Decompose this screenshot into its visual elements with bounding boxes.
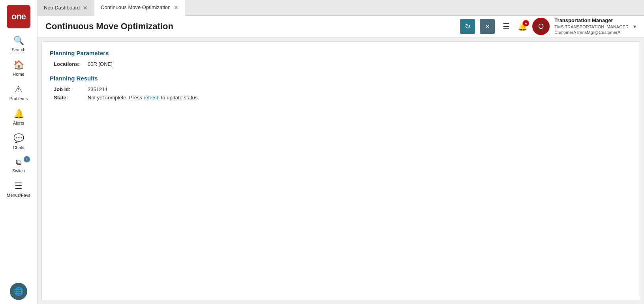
hamburger-icon: ☰ (503, 22, 510, 31)
state-pre-text: Not yet complete. Press (88, 95, 142, 101)
state-row: State: Not yet complete. Press refresh t… (50, 95, 632, 101)
tab-bar: Neo Dashboard ✕ Continuous Move Optimiza… (38, 0, 644, 16)
warning-icon: ⚠ (15, 84, 23, 95)
locations-row: Locations: 00R [ONE] (50, 61, 632, 67)
sidebar-item-problems[interactable]: ⚠ Problems (0, 80, 37, 105)
home-icon: 🏠 (13, 60, 24, 70)
sidebar-item-home[interactable]: 🏠 Home (0, 56, 37, 80)
sidebar-item-menus[interactable]: ☰ Menus/Favs (0, 177, 37, 201)
tab-continuous-move-label: Continuous Move Optimization (101, 4, 171, 10)
planning-parameters-title: Planning Parameters (50, 50, 632, 56)
planning-results-section: Planning Results Job Id: 3351211 State: … (50, 75, 632, 101)
sidebar-item-search-label: Search (12, 47, 26, 52)
sidebar-item-search[interactable]: 🔍 Search (0, 32, 37, 56)
user-name: Transportation Manager (554, 17, 629, 24)
bell-icon: 🔔 (13, 109, 24, 119)
sidebar-item-switch-label: Switch (12, 168, 25, 173)
header-bar: Continuous Move Optimization ↻ ✕ ☰ 🔔 ★ O… (38, 16, 644, 37)
sidebar-item-chats[interactable]: 💬 Chats (0, 129, 37, 154)
sidebar-item-problems-label: Problems (9, 96, 28, 101)
sidebar-item-home-label: Home (13, 72, 24, 76)
main-area: Neo Dashboard ✕ Continuous Move Optimiza… (38, 0, 644, 304)
avatar[interactable]: O (532, 18, 550, 35)
job-id-label: Job Id: (54, 86, 85, 92)
tab-neo-dashboard-close[interactable]: ✕ (83, 5, 88, 11)
state-text: Not yet complete. Press refresh to updat… (88, 95, 199, 101)
refresh-button[interactable]: ↻ (460, 19, 475, 34)
notification-bell[interactable]: 🔔 ★ (518, 22, 528, 31)
content-panel: Planning Parameters Locations: 00R [ONE]… (41, 41, 640, 300)
sidebar-item-chats-label: Chats (13, 145, 24, 150)
search-icon: 🔍 (13, 35, 24, 46)
locations-label: Locations: (54, 61, 85, 67)
sidebar-item-alerts-label: Alerts (13, 121, 24, 125)
sidebar-item-menus-label: Menus/Favs (7, 193, 30, 198)
close-panel-button[interactable]: ✕ (480, 19, 495, 34)
user-dropdown-arrow[interactable]: ▾ (633, 23, 636, 30)
sidebar: one 🔍 Search 🏠 Home ⚠ Problems 🔔 Alerts … (0, 0, 38, 304)
close-icon: ✕ (485, 23, 490, 30)
job-id-row: Job Id: 3351211 (50, 86, 632, 92)
planning-parameters-section: Planning Parameters Locations: 00R [ONE] (50, 50, 632, 67)
locations-value: 00R [ONE] (88, 61, 113, 67)
refresh-icon: ↻ (465, 22, 471, 31)
menu-icon: ☰ (15, 181, 23, 191)
page-title: Continuous Move Optimization (45, 21, 455, 32)
state-label: State: (54, 95, 85, 101)
switch-icon: ⧉ (16, 158, 21, 167)
sidebar-item-alerts[interactable]: 🔔 Alerts (0, 105, 37, 129)
user-role: TMS.TRANSPORTATION_MANAGER (554, 24, 629, 30)
user-info: Transportation Manager TMS.TRANSPORTATIO… (554, 17, 629, 35)
state-post-text: to update status. (161, 95, 199, 101)
chat-icon: 💬 (13, 133, 24, 144)
tab-neo-dashboard-label: Neo Dashboard (44, 5, 80, 11)
tab-neo-dashboard[interactable]: Neo Dashboard ✕ (38, 0, 94, 16)
header-menu-button[interactable]: ☰ (499, 20, 513, 33)
refresh-link[interactable]: refresh (144, 95, 160, 101)
app-logo[interactable]: one (7, 5, 30, 28)
sidebar-item-switch[interactable]: ⧉ Switch + (0, 154, 37, 177)
switch-badge: + (24, 156, 30, 162)
star-badge: ★ (523, 20, 529, 26)
tab-continuous-move[interactable]: Continuous Move Optimization ✕ (94, 0, 185, 16)
tab-continuous-move-close[interactable]: ✕ (174, 5, 178, 10)
user-email: CustomerATransMgr@CustomerA (554, 30, 629, 35)
planning-results-title: Planning Results (50, 75, 632, 82)
globe-button[interactable]: 🌐 (10, 283, 27, 300)
job-id-value: 3351211 (88, 86, 108, 92)
content-area: Planning Parameters Locations: 00R [ONE]… (38, 37, 644, 304)
